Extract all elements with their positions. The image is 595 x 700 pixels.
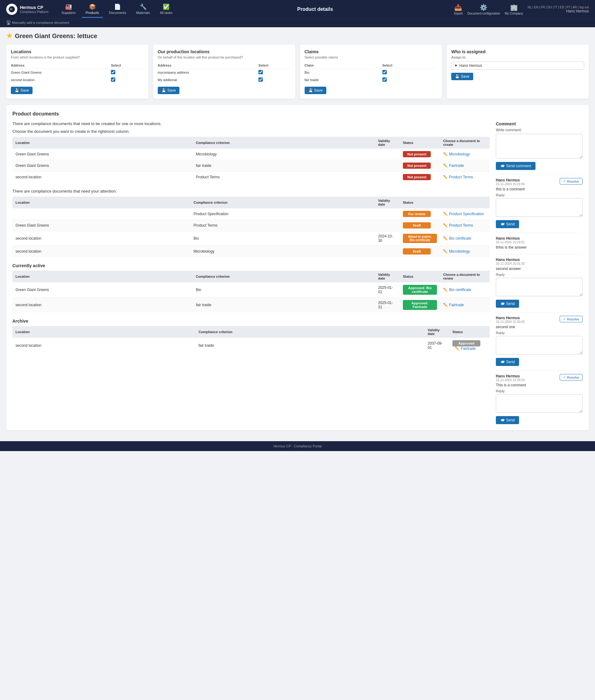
create-doc-link[interactable]: ✏️Product Terms [443,175,486,179]
col-location: Location [12,196,191,208]
header: H Hermus CP Compliancy Platform 🏭 Suppli… [0,0,595,19]
row-doc-link: ✏️Product Terms [440,220,490,231]
doc-link[interactable]: ✏️Fairtrade [443,303,486,307]
row-doc-link: ✏️Bio certificate [440,282,490,298]
resolve-button[interactable]: ✓ Resolve [560,316,583,322]
status-badge: For review [403,211,431,217]
reply-textarea[interactable] [496,394,583,413]
row-validity [375,160,400,172]
comment-date: 15-11-2024 15:29:34 [496,182,525,186]
two-col-layout: There are compliance documents that need… [12,121,583,424]
claim-checkbox-0[interactable] [382,70,387,74]
comment-text: second answer [496,267,583,271]
lang-bar[interactable]: NL | EN | FR | DU | IT | ES | PT | AR | … [528,6,589,9]
my-company-action[interactable]: 🏢 My Company [505,4,523,15]
logo-text: Hermus CP Compliancy Platform [20,5,48,13]
col-status: Status [400,196,440,208]
send-comment-button[interactable]: 📨 Send comment [496,162,536,170]
row-status: About to expire: Bio certificate [400,231,440,246]
doc-link[interactable]: ✏️Microbiology [443,249,486,253]
doc-link[interactable]: ✏️Product Terms [443,223,486,227]
row-location: second location [12,338,196,353]
prod-location-checkbox-1[interactable] [258,78,263,82]
reply-label: Reply: [496,273,583,276]
star-icon: ★ [6,32,12,40]
reply-send-button[interactable]: 📨 Send [496,416,519,424]
comment-author-date: Hans Hermus 15-11-2024 15:29:34 [496,178,525,186]
locations-save-button[interactable]: 💾 Save [11,87,32,94]
reply-send-button[interactable]: 📨 Send [496,358,519,366]
row-doc-link: ✏️Fairtrade [440,298,490,313]
row-status: Not present [400,149,440,160]
resolve-button[interactable]: ✓ Resolve [560,374,583,381]
row-location: second location [12,231,191,246]
row-choose: ✏️Fairtrade [440,160,490,172]
nav-item-suppliers[interactable]: 🏭 Suppliers [58,1,79,18]
prod-locations-save-button[interactable]: 💾 Save [158,87,179,94]
import-action[interactable]: 📥 Import [454,4,463,15]
comment-date: 15-11-2024 15:01:30 [496,262,525,265]
locations-card: Locations From which locations is the pr… [6,44,148,99]
assignee-name: Hans Hermus [459,63,482,68]
edit-icon: ✏️ [455,346,460,351]
doc-config-action[interactable]: ⚙️ Document configuration [467,4,500,15]
send-icon: 📨 [500,418,505,422]
table-row: second location Product Terms Not presen… [12,172,490,183]
claim-checkbox-1[interactable] [382,78,387,82]
comment-date: 15-11-2024 15:30:03 [496,320,525,324]
doc-link[interactable]: ✏️Product Specification [443,212,486,216]
col-status: Status [400,271,440,282]
reply-label: Reply: [496,331,583,335]
location-checkbox-1[interactable] [111,78,115,82]
claims-save-button[interactable]: 💾 Save [305,87,326,94]
page: ★ Green Giant Greens: lettuce Locations … [0,27,595,435]
nav-item-products[interactable]: 📦 Products [82,1,103,18]
subheader: 🖥️ Manually add a compliance document [0,19,595,27]
resolve-button[interactable]: ✓ Resolve [560,178,583,184]
doc-link[interactable]: ✏️Bio certificate [443,236,486,241]
row-choose: ✏️Microbiology [440,149,490,160]
add-compliance-link[interactable]: Manually add a compliance document [12,21,69,25]
row-status: Approved: Bio certificate [400,282,440,298]
comment-header: Hans Hermus 15-11-2024 15:30:03 ✓ Resolv… [496,316,583,324]
doc-link[interactable]: ✏️Fairtrade [455,346,476,351]
col-choose: Choose a document to create [440,137,490,149]
locations-table: Address Select Green Giant Greens second… [11,62,144,84]
comment-header: Hans Hermus 15-11-2024 15:01:30 [496,257,583,265]
edit-icon: ✏️ [443,249,448,253]
assignee-select[interactable]: ▼ Hans Hermus [451,62,584,70]
assigned-save-button[interactable]: 💾 Save [451,73,473,80]
table-row: fair traide [305,76,437,84]
prod-col-select: Select [258,62,291,69]
save-icon: 💾 [15,88,19,93]
row-validity [375,149,400,160]
col-choose: Choose a document to renew [440,271,490,282]
create-doc-link[interactable]: ✏️Microbiology [443,152,486,156]
prod-locations-subtitle: On behalf of this location will this pro… [158,55,291,59]
reply-textarea[interactable] [496,198,583,217]
reply-textarea[interactable] [496,278,583,296]
prod-location-address: mycompany address [158,69,258,77]
write-comment-label: Write comment: [496,128,583,132]
edit-icon: ✏️ [443,223,448,227]
nav-item-materials[interactable]: 🔧 Materials [132,1,154,18]
comment-text: second one [496,325,583,329]
reply-send-button[interactable]: 📨 Send [496,300,519,308]
row-location [12,208,191,220]
comment-author: Hans Hermus [496,178,525,182]
location-checkbox-0[interactable] [111,70,115,74]
row-doc-link: ✏️Bio certificate [440,231,490,246]
create-doc-link[interactable]: ✏️Fairtrade [443,163,486,168]
reply-textarea[interactable] [496,336,583,355]
col-criterion: Compliance criterion [193,271,375,282]
row-criterion: Microbiology [193,149,375,160]
reply-send-button[interactable]: 📨 Send [496,220,519,228]
footer-text: Hermus CP - Compliancy Portal [273,444,322,448]
prod-location-checkbox-0[interactable] [258,70,263,74]
nav-item-all-tasks[interactable]: ✅ All tasks [156,1,176,18]
nav-item-documents[interactable]: 📄 Documents [105,1,130,18]
comment-textarea[interactable] [496,134,583,158]
col-location: Location [12,271,193,282]
doc-link[interactable]: ✏️Bio certificate [443,287,486,292]
row-validity: 2024-10-30 [375,231,400,246]
